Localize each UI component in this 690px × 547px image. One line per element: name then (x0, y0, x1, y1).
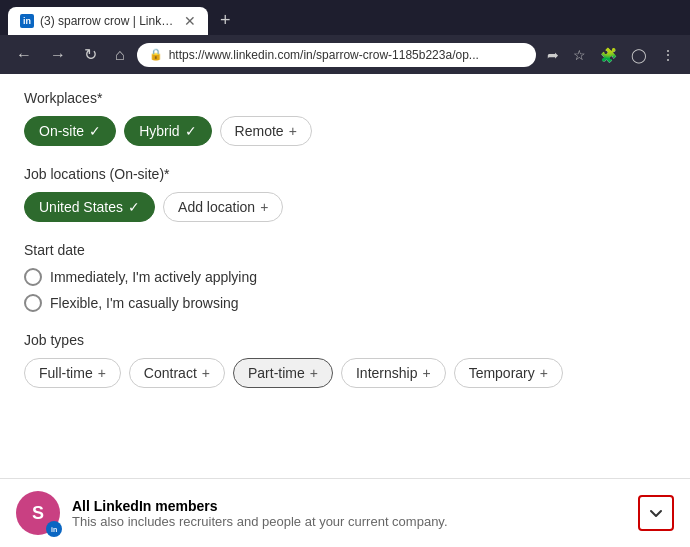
workplaces-chips: On-site ✓ Hybrid ✓ Remote + (24, 116, 666, 146)
chip-remote-label: Remote (235, 123, 284, 139)
job-types-section: Job types Full-time + Contract + Part-ti… (24, 332, 666, 388)
start-date-options: Immediately, I'm actively applying Flexi… (24, 268, 666, 312)
job-types-chips: Full-time + Contract + Part-time + Inter… (24, 358, 666, 388)
chip-full-time-plus: + (98, 365, 106, 381)
chip-internship-plus: + (422, 365, 430, 381)
address-bar[interactable]: 🔒 https://www.linkedin.com/in/sparrow-cr… (137, 43, 536, 67)
footer-bar: S in All LinkedIn members This also incl… (0, 478, 690, 547)
chip-part-time-plus: + (310, 365, 318, 381)
chip-part-time-label: Part-time (248, 365, 305, 381)
lock-icon: 🔒 (149, 48, 163, 61)
chip-contract-plus: + (202, 365, 210, 381)
refresh-button[interactable]: ↻ (78, 41, 103, 68)
footer-chevron-button[interactable] (638, 495, 674, 531)
job-locations-chips: United States ✓ Add location + (24, 192, 666, 222)
chip-united-states[interactable]: United States ✓ (24, 192, 155, 222)
avatar-badge: in (46, 521, 62, 537)
tab-title: (3) sparrow crow | LinkedIn (40, 14, 178, 28)
workplaces-section: Workplaces* On-site ✓ Hybrid ✓ Remote + (24, 90, 666, 146)
radio-immediately-circle (24, 268, 42, 286)
chip-temporary-plus: + (540, 365, 548, 381)
tab-close-button[interactable]: ✕ (184, 13, 196, 29)
chip-remote[interactable]: Remote + (220, 116, 312, 146)
radio-flexible-circle (24, 294, 42, 312)
job-locations-label: Job locations (On-site)* (24, 166, 666, 182)
start-date-section: Start date Immediately, I'm actively app… (24, 242, 666, 312)
chip-remote-plus: + (289, 123, 297, 139)
active-tab[interactable]: in (3) sparrow crow | LinkedIn ✕ (8, 7, 208, 35)
home-button[interactable]: ⌂ (109, 42, 131, 68)
chip-on-site-check: ✓ (89, 123, 101, 139)
job-locations-section: Job locations (On-site)* United States ✓… (24, 166, 666, 222)
chip-hybrid-label: Hybrid (139, 123, 179, 139)
chip-add-location[interactable]: Add location + (163, 192, 283, 222)
chip-united-states-check: ✓ (128, 199, 140, 215)
chip-internship[interactable]: Internship + (341, 358, 446, 388)
tab-favicon: in (20, 14, 34, 28)
chip-contract[interactable]: Contract + (129, 358, 225, 388)
page-content: Workplaces* On-site ✓ Hybrid ✓ Remote + … (0, 74, 690, 547)
chip-hybrid-check: ✓ (185, 123, 197, 139)
chip-full-time-label: Full-time (39, 365, 93, 381)
extensions-button[interactable]: 🧩 (595, 44, 622, 66)
chip-part-time[interactable]: Part-time + (233, 358, 333, 388)
chip-add-location-label: Add location (178, 199, 255, 215)
radio-immediately[interactable]: Immediately, I'm actively applying (24, 268, 666, 286)
chip-united-states-label: United States (39, 199, 123, 215)
chip-temporary-label: Temporary (469, 365, 535, 381)
url-text: https://www.linkedin.com/in/sparrow-crow… (169, 48, 524, 62)
workplaces-label: Workplaces* (24, 90, 666, 106)
radio-flexible-label: Flexible, I'm casually browsing (50, 295, 239, 311)
bookmark-button[interactable]: ☆ (568, 44, 591, 66)
tab-bar: in (3) sparrow crow | LinkedIn ✕ + (0, 0, 690, 35)
user-avatar: S in (16, 491, 60, 535)
svg-text:in: in (51, 526, 57, 533)
forward-button[interactable]: → (44, 42, 72, 68)
chip-internship-label: Internship (356, 365, 417, 381)
nav-bar: ← → ↻ ⌂ 🔒 https://www.linkedin.com/in/sp… (0, 35, 690, 74)
new-tab-button[interactable]: + (212, 6, 239, 35)
browser-chrome: in (3) sparrow crow | LinkedIn ✕ + ← → ↻… (0, 0, 690, 74)
chip-on-site[interactable]: On-site ✓ (24, 116, 116, 146)
profile-button[interactable]: ◯ (626, 44, 652, 66)
more-button[interactable]: ⋮ (656, 44, 680, 66)
radio-flexible[interactable]: Flexible, I'm casually browsing (24, 294, 666, 312)
footer-info: All LinkedIn members This also includes … (72, 498, 626, 529)
back-button[interactable]: ← (10, 42, 38, 68)
chip-add-location-plus: + (260, 199, 268, 215)
browser-toolbar: ➦ ☆ 🧩 ◯ ⋮ (542, 44, 680, 66)
share-button[interactable]: ➦ (542, 44, 564, 66)
chip-temporary[interactable]: Temporary + (454, 358, 563, 388)
job-types-label: Job types (24, 332, 666, 348)
footer-subtitle: This also includes recruiters and people… (72, 514, 626, 529)
chevron-down-icon (648, 505, 664, 521)
chip-hybrid[interactable]: Hybrid ✓ (124, 116, 211, 146)
radio-immediately-label: Immediately, I'm actively applying (50, 269, 257, 285)
start-date-label: Start date (24, 242, 666, 258)
chip-full-time[interactable]: Full-time + (24, 358, 121, 388)
footer-title: All LinkedIn members (72, 498, 626, 514)
avatar-letter: S (32, 503, 44, 524)
chip-on-site-label: On-site (39, 123, 84, 139)
chip-contract-label: Contract (144, 365, 197, 381)
